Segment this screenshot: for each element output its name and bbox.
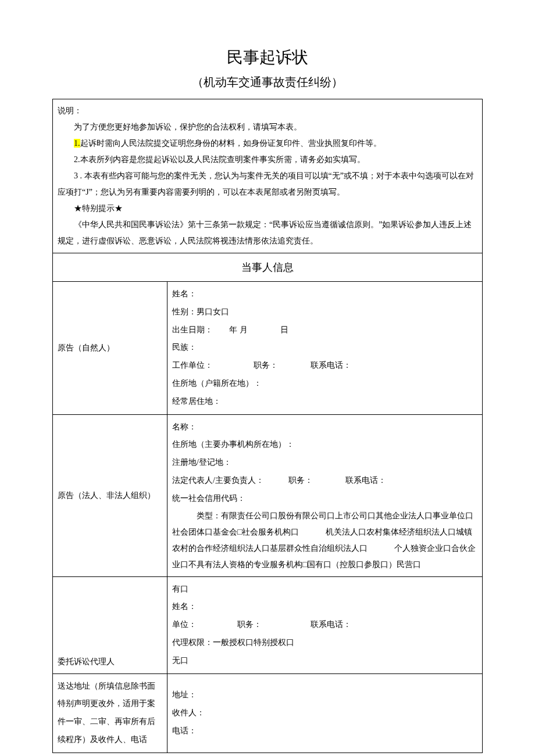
section-header-party: 当事人信息 — [53, 253, 483, 282]
plaintiff-org-label: 原告（法人、非法人组织） — [53, 414, 167, 576]
instructions-label: 说明： — [58, 103, 477, 119]
delivery-phone-field[interactable]: 电话： — [172, 722, 477, 740]
document-title: 民事起诉状 — [52, 46, 483, 69]
highlight-text: 1. — [74, 139, 80, 148]
instruction-line-2: 1.起诉时需向人民法院提交证明您身份的材料，如身份证复印件、营业执照复印件等。 — [58, 135, 477, 152]
instructions-cell: 说明： 为了方便您更好地参加诉讼，保护您的合法权利，请填写本表。 1.起诉时需向… — [53, 99, 483, 253]
agent-fields: 有口 姓名： 单位： 职务： 联系电话： 代理权限：一般授权口特别授权口 无口 — [167, 576, 483, 673]
special-tip-text: 《中华人民共和国民事诉讼法》第十三条第一款规定：“民事诉讼应当遵循诚信原则。”如… — [58, 217, 477, 249]
instruction-line-1: 为了方便您更好地参加诉讼，保护您的合法权利，请填写本表。 — [58, 119, 477, 135]
org-legalrep-field[interactable]: 法定代表人/主要负责人： 职务： 联系电话： — [172, 472, 477, 490]
plaintiff-org-fields: 名称： 住所地（主要办事机构所在地）： 注册地/登记地： 法定代表人/主要负责人… — [167, 414, 483, 576]
delivery-fields: 地址： 收件人： 电话： — [167, 673, 483, 753]
org-type-field[interactable]: 类型：有限责任公司口股份有限公司口上市公司口其他企业法人口事业单位口社会团体口基… — [172, 508, 477, 573]
domicile-field[interactable]: 住所地（户籍所在地）： — [172, 375, 477, 393]
instruction-line-3: 2.本表所列内容是您提起诉讼以及人民法院查明案件事实所需，请务必如实填写。 — [58, 152, 477, 168]
agent-unit-field[interactable]: 单位： 职务： 联系电话： — [172, 616, 477, 634]
birth-field[interactable]: 出生日期： 年 月 日 — [172, 321, 477, 339]
plaintiff-natural-label: 原告（自然人） — [53, 282, 167, 415]
document-subtitle: （机动车交通事故责任纠纷） — [52, 74, 483, 90]
org-domicile-field[interactable]: 住所地（主要办事机构所在地）： — [172, 436, 477, 454]
plaintiff-natural-fields: 姓名： 性别：男口女口 出生日期： 年 月 日 民族： 工作单位： 职务： 联系… — [167, 282, 483, 415]
org-name-field[interactable]: 名称： — [172, 418, 477, 436]
residence-field[interactable]: 经常居住地： — [172, 393, 477, 411]
instruction-line-4: 3 . 本表有些内容可能与您的案件无关，您认为与案件无关的项目可以填“无”或不填… — [58, 168, 477, 200]
special-tip-label: ★特别提示★ — [58, 200, 477, 217]
work-field[interactable]: 工作单位： 职务： 联系电话： — [172, 357, 477, 375]
agent-label: 委托诉讼代理人 — [53, 576, 167, 673]
delivery-addr-field[interactable]: 地址： — [172, 686, 477, 704]
form-table: 说明： 为了方便您更好地参加诉讼，保护您的合法权利，请填写本表。 1.起诉时需向… — [52, 99, 483, 753]
name-field[interactable]: 姓名： — [172, 285, 477, 303]
ethnic-field[interactable]: 民族： — [172, 339, 477, 357]
agent-name-field[interactable]: 姓名： — [172, 598, 477, 616]
delivery-label: 送达地址（所填信息除书面特别声明更改外，适用于案件一审、二审、再审所有后续程序）… — [53, 673, 167, 753]
agent-auth-field[interactable]: 代理权限：一般授权口特别授权口 — [172, 634, 477, 652]
org-uscc-field[interactable]: 统一社会信用代码： — [172, 490, 477, 508]
org-reg-field[interactable]: 注册地/登记地： — [172, 454, 477, 472]
agent-none-field[interactable]: 无口 — [172, 652, 477, 670]
gender-field[interactable]: 性别：男口女口 — [172, 303, 477, 321]
delivery-recipient-field[interactable]: 收件人： — [172, 704, 477, 722]
agent-has-field[interactable]: 有口 — [172, 581, 477, 599]
